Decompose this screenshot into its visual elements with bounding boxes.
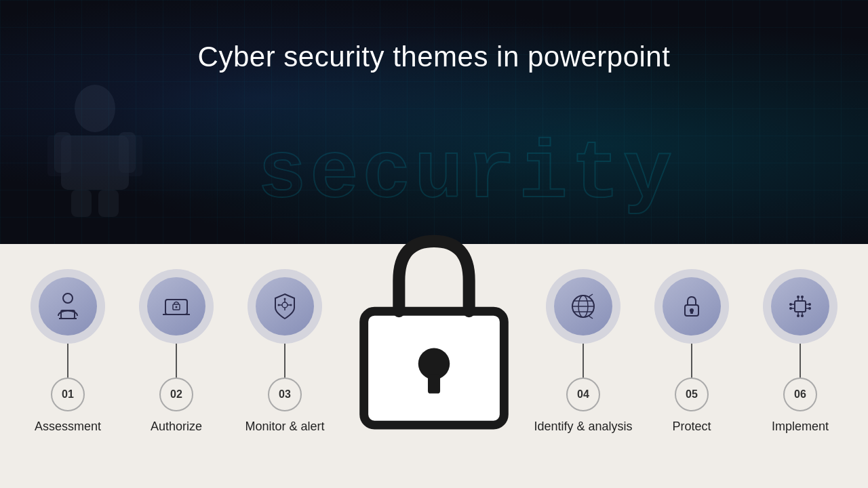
- slide-title: Cyber security themes in powerpoint: [0, 41, 868, 73]
- label-03: Monitor & alert: [245, 420, 324, 434]
- svg-point-21: [290, 304, 292, 306]
- hacker-silhouette: [41, 81, 149, 217]
- svg-point-22: [278, 304, 280, 306]
- item-implement: 06 Implement: [746, 269, 854, 434]
- icon-outer-01: [31, 269, 105, 344]
- svg-rect-6: [47, 136, 142, 176]
- connector-05: [691, 344, 692, 378]
- label-02: Authorize: [151, 420, 202, 434]
- icon-outer-05: [654, 269, 729, 344]
- icon-inner-01: [39, 277, 97, 336]
- item-assessment: 01 Assessment: [14, 269, 122, 434]
- icon-inner-04: [554, 277, 612, 336]
- label-05: Protect: [672, 420, 711, 434]
- svg-rect-4: [71, 190, 92, 217]
- icon-inner-06: [771, 277, 829, 336]
- svg-point-15: [282, 302, 288, 308]
- connector-06: [800, 344, 801, 378]
- svg-point-41: [789, 307, 792, 310]
- icon-inner-02: [147, 277, 205, 336]
- svg-point-10: [63, 293, 73, 303]
- label-04: Identify & analysis: [534, 420, 632, 434]
- svg-rect-31: [795, 301, 806, 312]
- icon-outer-02: [139, 269, 214, 344]
- item-protect: 05 Protect: [637, 269, 746, 434]
- svg-point-44: [797, 296, 800, 298]
- item-authorize: 02 Authorize: [122, 269, 231, 434]
- icon-outer-03: [248, 269, 322, 344]
- svg-point-14: [176, 306, 178, 308]
- svg-point-43: [808, 307, 811, 310]
- icon-outer-04: [546, 269, 620, 344]
- number-04: 04: [566, 378, 600, 411]
- item-identify: 04 Identify & analysis: [529, 269, 637, 434]
- svg-rect-5: [98, 190, 119, 217]
- icon-outer-06: [763, 269, 837, 344]
- item-monitor: 03 Monitor & alert: [231, 269, 339, 434]
- svg-point-45: [801, 296, 804, 298]
- svg-point-46: [797, 314, 800, 317]
- svg-point-40: [789, 303, 792, 306]
- number-01: 01: [51, 378, 85, 411]
- icon-inner-03: [256, 277, 314, 336]
- number-02: 02: [159, 378, 193, 411]
- svg-point-42: [808, 303, 811, 306]
- connector-01: [67, 344, 68, 378]
- connector-02: [176, 344, 177, 378]
- number-06: 06: [783, 378, 817, 411]
- svg-point-20: [284, 298, 286, 300]
- connector-04: [583, 344, 584, 378]
- bg-security-text: security: [258, 129, 675, 221]
- svg-point-0: [75, 85, 115, 132]
- icon-inner-05: [663, 277, 721, 336]
- label-06: Implement: [772, 420, 829, 434]
- center-lock: [346, 224, 522, 434]
- number-05: 05: [675, 378, 709, 411]
- svg-point-47: [801, 314, 804, 317]
- svg-rect-9: [428, 374, 440, 393]
- connector-03: [284, 344, 285, 378]
- slide: security Cyber security themes in powerp…: [0, 0, 868, 488]
- number-03: 03: [268, 378, 302, 411]
- svg-rect-30: [690, 310, 693, 314]
- label-01: Assessment: [35, 420, 101, 434]
